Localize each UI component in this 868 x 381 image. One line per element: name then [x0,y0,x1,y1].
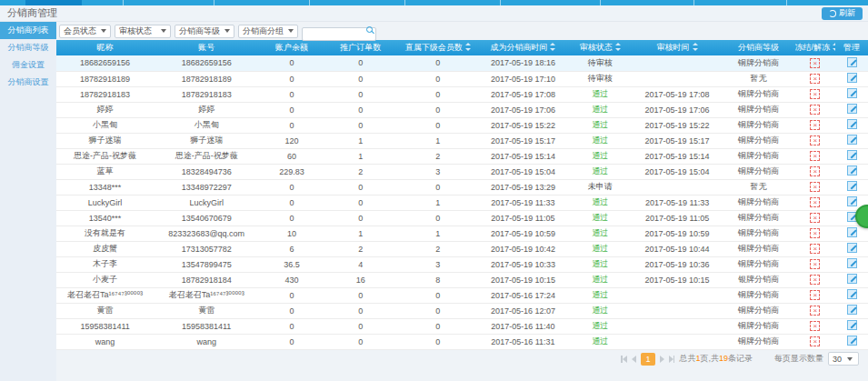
edit-icon[interactable] [847,104,857,114]
account-cell: 18782918183 [154,86,259,102]
edit-icon[interactable] [847,196,857,206]
freeze-icon[interactable] [810,89,820,99]
sidebar-item[interactable]: 分销商设置 [0,74,56,91]
edit-icon[interactable] [847,181,857,191]
orders-cell: 0 [324,179,397,195]
column-header[interactable]: 冻结/解冻 [795,40,836,55]
edit-icon[interactable] [847,57,857,67]
filter-select[interactable]: 审核状态 [115,25,171,38]
freeze-icon[interactable] [810,336,820,346]
members-cell: 1 [397,133,478,148]
first-page-icon[interactable] [621,356,627,363]
manage-cell [835,86,868,102]
top-tab-active-segment[interactable] [25,0,82,5]
freeze-icon[interactable] [810,120,820,130]
sort-icon[interactable] [549,43,555,51]
edit-icon[interactable] [847,119,857,129]
freeze-icon[interactable] [810,213,820,223]
column-header[interactable]: 成为分销商时间 [478,40,567,55]
refresh-icon [829,10,836,17]
edit-icon[interactable] [847,243,857,253]
freeze-icon[interactable] [810,290,820,300]
freeze-icon[interactable] [810,151,820,161]
freeze-icon[interactable] [810,321,820,331]
edit-icon[interactable] [847,227,857,237]
freeze-icon[interactable] [810,74,820,84]
freeze-cell [795,164,836,179]
freeze-icon[interactable] [810,182,820,192]
audit-status-cell: 通过 [568,272,633,287]
freeze-icon[interactable] [810,275,820,285]
edit-icon[interactable] [847,135,857,145]
members-cell: 0 [397,210,478,226]
freeze-icon[interactable] [810,228,820,238]
search-input[interactable] [302,27,376,41]
manage-cell [835,133,868,148]
column-header[interactable]: 审核状态 [568,40,633,55]
freeze-icon[interactable] [810,105,820,115]
current-page-button[interactable]: 1 [641,353,655,366]
chevron-down-icon [161,29,166,33]
edit-icon[interactable] [847,336,857,346]
freeze-icon[interactable] [810,197,820,207]
manage-cell [835,164,868,179]
level-cell: 铜牌分销商 [722,148,794,164]
sort-icon[interactable] [464,43,471,51]
edit-icon[interactable] [847,274,857,284]
prev-page-icon[interactable] [632,356,636,363]
balance-cell: 0 [259,318,324,334]
orders-cell: 16 [324,272,397,287]
freeze-icon[interactable] [810,244,820,254]
sidebar-item[interactable]: 分销商列表 [0,22,56,39]
orders-cell: 0 [324,102,397,117]
edit-icon[interactable] [847,165,857,175]
last-page-icon[interactable] [669,356,675,363]
filter-select[interactable]: 分销商等级 [175,25,234,38]
audit-status-cell: 通过 [568,241,633,256]
orders-cell: 0 [324,195,397,210]
account-cell: 18782918189 [154,71,259,86]
balance-cell: 60 [259,148,324,164]
audit-time-cell: 2017-05-19 15:17 [633,133,722,148]
sidebar-item[interactable]: 分销商等级 [0,39,56,56]
become-time-cell: 2017-05-19 10:59 [478,226,567,241]
account-cell: LuckyGirl [154,195,259,210]
column-header[interactable]: 审核时间 [633,40,722,55]
orders-cell: 0 [324,303,397,318]
column-header[interactable]: 直属下级会员数 [397,40,478,55]
members-cell: 8 [397,272,478,287]
sort-icon[interactable] [692,43,698,51]
table-row: 没有就是有823323683@qq.com10112017-05-19 10:5… [56,226,868,241]
members-cell: 0 [397,287,478,303]
app-header: 分销商管理 刷新 [0,5,868,22]
edit-icon[interactable] [847,289,857,299]
freeze-icon[interactable] [810,259,820,269]
become-time-cell: 2017-05-16 11:31 [478,334,567,349]
page-size-select[interactable]: 30 [828,352,859,366]
sidebar-item[interactable]: 佣金设置 [0,56,56,74]
level-cell: 暂无 [722,179,794,195]
account-cell: 18328494736 [154,164,259,179]
filter-select[interactable]: 会员状态 [59,25,111,38]
balance-cell: 0 [259,102,324,117]
edit-icon[interactable] [847,258,857,268]
level-cell: 铜牌分销商 [722,102,794,117]
sort-icon[interactable] [614,43,621,51]
edit-icon[interactable] [847,150,857,160]
refresh-button[interactable]: 刷新 [822,7,863,20]
account-cell: 13540670679 [154,210,259,226]
freeze-icon[interactable] [810,135,820,145]
edit-icon[interactable] [847,73,857,83]
edit-icon[interactable] [847,88,857,98]
balance-cell: 229.83 [259,164,324,179]
account-cell: wang [154,334,259,349]
next-page-icon[interactable] [660,356,664,363]
edit-icon[interactable] [847,320,857,330]
freeze-icon[interactable] [810,306,820,316]
freeze-icon[interactable] [810,166,820,176]
search-icon[interactable] [366,26,373,33]
filter-select[interactable]: 分销商分组 [238,25,298,38]
edit-icon[interactable] [847,305,857,315]
freeze-icon[interactable] [810,58,820,68]
sort-icon[interactable] [832,43,835,51]
